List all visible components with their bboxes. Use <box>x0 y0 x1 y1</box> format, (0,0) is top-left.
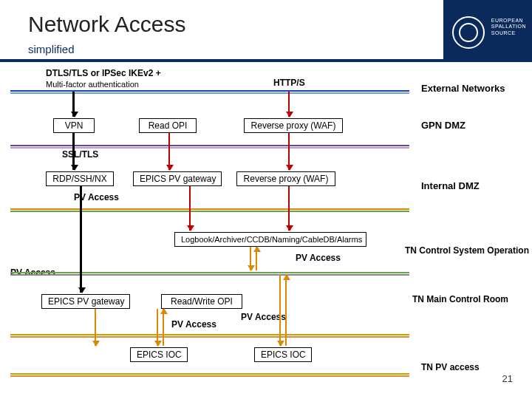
arrow-vpn-in <box>72 92 75 117</box>
arrow-rdp-gw2 <box>80 186 82 293</box>
slide-root: Network Access simplified EUROPEAN SPALL… <box>0 0 532 399</box>
vpn-box: VPN <box>53 118 95 133</box>
zone-gpn: GPN DMZ <box>421 120 466 131</box>
pv-access-label-3: PV Access <box>171 319 216 330</box>
arrow-gw2-down <box>95 309 96 346</box>
reverse-proxy-1-box: Reverse proxy (WAF) <box>244 118 343 133</box>
ssl-label: SSL/TLS <box>62 149 98 160</box>
arrow-log-ioc2 <box>279 275 281 346</box>
epics-gw-2-box: EPICS PV gateway <box>41 294 130 309</box>
arrow-gw-log <box>189 186 191 231</box>
logo-line-1: EUROPEAN <box>491 18 523 23</box>
epics-gw-1-box: EPICS PV gateway <box>133 171 222 186</box>
zone-tnpv: TN PV access <box>421 362 480 372</box>
rw-opi-box: Read/Write OPI <box>161 294 242 309</box>
zone-external: External Networks <box>421 83 505 94</box>
arrow-ioc2-log <box>285 275 287 346</box>
arrow-ioc-rwopi <box>163 309 164 346</box>
logo-text: EUROPEAN SPALLATION SOURCE <box>491 18 526 36</box>
https-label: HTTP/S <box>273 78 305 88</box>
arrow-readopi-gw <box>168 133 170 170</box>
mfa-label: Multi-factor authentication <box>46 80 139 89</box>
arrow-rwopi-ioc <box>157 309 158 346</box>
slide-header: Network Access simplified EUROPEAN SPALL… <box>0 0 532 59</box>
logbook-box: Logbook/Archiver/CCDB/Naming/CableDB/Ala… <box>174 232 366 247</box>
arrow-https-in <box>288 92 290 117</box>
rdp-box: RDP/SSH/NX <box>46 171 114 186</box>
dtls-label: DTLS/TLS or IPSec IKEv2 + <box>46 68 161 78</box>
read-opi-box: Read OPI <box>139 118 197 133</box>
page-number: 21 <box>502 373 513 384</box>
header-divider <box>0 59 532 62</box>
arrow-vpn-rdp <box>72 133 75 170</box>
epics-ioc-1-box: EPICS IOC <box>130 347 188 362</box>
epics-ioc-2-box: EPICS IOC <box>254 347 312 362</box>
arrow-rp-rp <box>288 133 290 170</box>
ess-logo-icon <box>452 16 485 49</box>
reverse-proxy-2-box: Reverse proxy (WAF) <box>236 171 335 186</box>
page-subtitle: simplified <box>28 43 75 55</box>
arrow-log-up1 <box>256 247 257 270</box>
zone-tnmcr: TN Main Control Room <box>412 294 508 304</box>
logo-line-2: SPALLATION <box>491 24 526 29</box>
page-title: Network Access <box>28 12 185 37</box>
pv-access-label-2: PV Access <box>296 253 341 263</box>
zone-internal: Internal DMZ <box>421 180 480 191</box>
arrow-rp-log <box>288 186 290 231</box>
logo-block: EUROPEAN SPALLATION SOURCE <box>443 0 532 59</box>
logo-line-3: SOURCE <box>491 30 516 35</box>
arrow-log-down1 <box>250 247 251 270</box>
zone-tncs: TN Control System Operation <box>405 245 529 256</box>
